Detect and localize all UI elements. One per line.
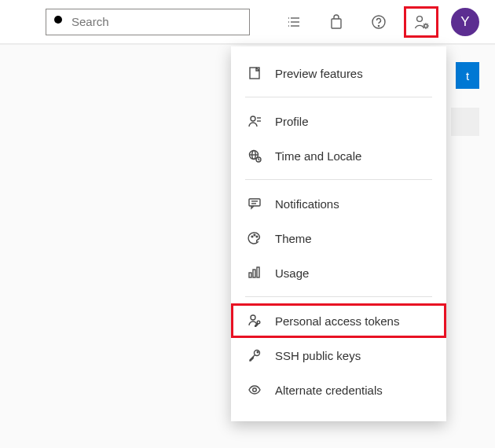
menu-label: Alternate credentials xyxy=(275,384,383,397)
svg-rect-30 xyxy=(253,270,255,277)
marketplace-icon[interactable] xyxy=(319,6,354,38)
work-items-icon[interactable] xyxy=(277,6,311,38)
menu-item-ssh-keys[interactable]: SSH public keys xyxy=(231,338,446,373)
svg-point-36 xyxy=(253,388,257,392)
avatar[interactable]: Y xyxy=(451,8,479,36)
svg-rect-8 xyxy=(332,19,341,28)
menu-label: SSH public keys xyxy=(275,349,361,362)
svg-point-28 xyxy=(256,236,258,237)
svg-point-14 xyxy=(251,116,255,121)
palette-icon xyxy=(247,230,262,246)
menu-label: Personal access tokens xyxy=(275,314,399,328)
chat-icon xyxy=(247,196,262,211)
eye-icon xyxy=(247,382,262,398)
svg-point-12 xyxy=(424,24,427,28)
help-icon[interactable] xyxy=(361,6,396,38)
menu-separator xyxy=(245,179,432,180)
person-key-icon xyxy=(247,313,262,329)
svg-rect-23 xyxy=(249,199,260,206)
menu-item-profile[interactable]: Profile xyxy=(231,104,446,138)
top-bar: Y xyxy=(0,0,495,44)
user-settings-button[interactable] xyxy=(404,6,438,38)
bar-chart-icon xyxy=(247,265,262,281)
svg-point-11 xyxy=(417,16,423,21)
menu-item-time-locale[interactable]: Time and Locale xyxy=(231,138,446,173)
menu-label: Time and Locale xyxy=(275,149,361,163)
page-content: t Preview features Profile Time and Loca… xyxy=(0,44,495,448)
menu-label: Notifications xyxy=(275,197,339,211)
profile-icon xyxy=(247,113,262,129)
panel-peek xyxy=(451,108,479,136)
menu-separator xyxy=(245,296,432,297)
menu-item-personal-access-tokens[interactable]: Personal access tokens xyxy=(231,303,446,338)
menu-item-alternate-credentials[interactable]: Alternate credentials xyxy=(231,373,446,407)
search-box[interactable] xyxy=(46,9,250,35)
svg-point-0 xyxy=(54,16,62,24)
svg-rect-29 xyxy=(249,273,251,277)
menu-label: Usage xyxy=(275,266,309,280)
svg-point-10 xyxy=(378,25,379,26)
svg-line-1 xyxy=(61,23,64,26)
menu-label: Theme xyxy=(275,232,312,245)
menu-separator xyxy=(245,97,432,97)
menu-item-usage[interactable]: Usage xyxy=(231,255,446,290)
svg-point-27 xyxy=(254,234,255,236)
user-settings-menu: Preview features Profile Time and Locale… xyxy=(231,46,446,421)
svg-line-22 xyxy=(258,160,259,160)
menu-item-notifications[interactable]: Notifications xyxy=(231,186,446,221)
preview-icon xyxy=(247,65,262,81)
search-icon xyxy=(53,14,65,30)
new-project-button-peek[interactable]: t xyxy=(456,62,479,89)
menu-label: Preview features xyxy=(275,67,363,80)
svg-point-32 xyxy=(251,315,255,320)
menu-item-theme[interactable]: Theme xyxy=(231,221,446,255)
search-input[interactable] xyxy=(72,15,243,28)
globe-icon xyxy=(247,148,262,163)
svg-rect-31 xyxy=(257,267,259,277)
svg-point-26 xyxy=(251,236,253,237)
menu-label: Profile xyxy=(275,115,309,128)
key-icon xyxy=(247,347,262,363)
menu-item-preview-features[interactable]: Preview features xyxy=(231,56,446,90)
svg-point-33 xyxy=(257,321,260,324)
svg-point-35 xyxy=(257,351,258,353)
